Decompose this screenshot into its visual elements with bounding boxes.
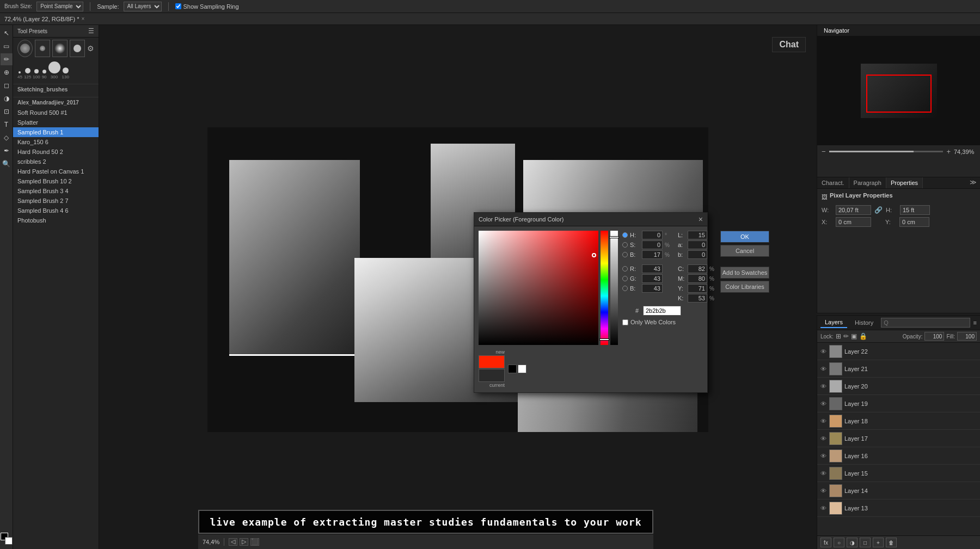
layer-19-visibility[interactable]: 👁 bbox=[819, 400, 827, 407]
tool-brush[interactable]: ✏ bbox=[1, 53, 13, 65]
tool-text[interactable]: T bbox=[1, 119, 13, 131]
lock-artboard-icon[interactable]: ▣ bbox=[851, 332, 857, 340]
color-libraries-button[interactable]: Color Libraries bbox=[720, 281, 769, 293]
props-tab-character[interactable]: Charact. bbox=[817, 177, 849, 188]
cv-b-input[interactable] bbox=[642, 250, 663, 259]
nav-zoom-plus[interactable]: + bbox=[946, 147, 951, 156]
tool-crop[interactable]: ⊡ bbox=[1, 106, 13, 118]
lock-position-icon[interactable]: ⊞ bbox=[836, 332, 841, 340]
tool-gradient[interactable]: ◑ bbox=[1, 92, 13, 104]
ok-button[interactable]: OK bbox=[720, 231, 769, 243]
tool-shape[interactable]: ◇ bbox=[1, 132, 13, 144]
brush-item-soft-round[interactable]: Soft Round 500 #1 bbox=[13, 108, 99, 118]
brush-item-splatter[interactable]: Splatter bbox=[13, 118, 99, 127]
cv-l-input[interactable] bbox=[688, 231, 707, 239]
nav-zoom-slider[interactable] bbox=[829, 151, 944, 152]
fg-bg-colors[interactable] bbox=[1, 533, 13, 545]
layer-13-visibility[interactable]: 👁 bbox=[819, 505, 827, 511]
layer-mask-btn[interactable]: ○ bbox=[834, 538, 844, 547]
props-y-input[interactable] bbox=[899, 217, 929, 227]
background-color[interactable] bbox=[5, 537, 13, 545]
cv-g-input[interactable] bbox=[642, 274, 663, 283]
layer-item-15[interactable]: 👁 Layer 15 bbox=[817, 465, 980, 482]
layer-item-22[interactable]: 👁 Layer 22 bbox=[817, 343, 980, 360]
layer-item-19[interactable]: 👁 Layer 19 bbox=[817, 395, 980, 412]
brush-icon[interactable] bbox=[17, 40, 33, 57]
cv-h-input[interactable] bbox=[642, 231, 663, 239]
cv-b3-input[interactable] bbox=[642, 284, 663, 293]
layer-20-visibility[interactable]: 👁 bbox=[819, 383, 827, 390]
only-web-checkbox[interactable] bbox=[622, 319, 628, 325]
layer-adj-btn[interactable]: ◑ bbox=[847, 538, 857, 547]
props-link-icon[interactable]: 🔗 bbox=[874, 206, 883, 214]
layer-22-visibility[interactable]: 👁 bbox=[819, 348, 827, 355]
hue-strip[interactable] bbox=[601, 231, 608, 345]
layer-16-visibility[interactable]: 👁 bbox=[819, 453, 827, 459]
brush-item-hard-pastel[interactable]: Hard Pastel on Canvas 1 bbox=[13, 166, 99, 176]
point-sample-select[interactable]: Point Sample bbox=[36, 2, 83, 11]
props-tab-paragraph[interactable]: Paragraph bbox=[849, 177, 886, 188]
cv-b-radio[interactable] bbox=[622, 252, 628, 257]
cv-g-radio[interactable] bbox=[622, 276, 628, 281]
cv-b3-radio[interactable] bbox=[622, 286, 628, 291]
layer-item-16[interactable]: 👁 Layer 16 bbox=[817, 447, 980, 465]
props-h-input[interactable] bbox=[900, 205, 930, 215]
layer-21-visibility[interactable]: 👁 bbox=[819, 366, 827, 372]
tool-pen[interactable]: ✒ bbox=[1, 145, 13, 157]
canvas-next-btn[interactable]: ⬛ bbox=[250, 538, 259, 546]
brush-item-hard-round[interactable]: Hard Round 50 2 bbox=[13, 147, 99, 157]
brush-hard-icon[interactable] bbox=[70, 40, 85, 57]
brush-settings-icon[interactable]: ⚙ bbox=[87, 44, 94, 53]
cv-y-input[interactable] bbox=[688, 284, 707, 293]
layer-new-btn[interactable]: + bbox=[873, 538, 884, 547]
color-picker-close[interactable]: × bbox=[699, 215, 703, 224]
brush-item-sampled-3[interactable]: Sampled Brush 3 4 bbox=[13, 186, 99, 196]
brush-item-sampled-10[interactable]: Sampled Brush 10 2 bbox=[13, 176, 99, 186]
cv-r-radio[interactable] bbox=[622, 266, 628, 272]
props-expand-icon[interactable]: ≫ bbox=[966, 177, 980, 188]
cv-s-input[interactable] bbox=[642, 240, 663, 249]
canvas-prev-btn[interactable]: ▷ bbox=[240, 538, 248, 546]
layer-item-18[interactable]: 👁 Layer 18 bbox=[817, 412, 980, 430]
layer-item-21[interactable]: 👁 Layer 21 bbox=[817, 360, 980, 378]
layer-item-13[interactable]: 👁 Layer 13 bbox=[817, 499, 980, 517]
doc-close-btn[interactable]: × bbox=[82, 16, 85, 22]
layers-search-input[interactable] bbox=[881, 318, 970, 328]
brush-item-sampled-2[interactable]: Sampled Brush 2 7 bbox=[13, 196, 99, 206]
layer-group-btn[interactable]: □ bbox=[860, 538, 871, 547]
cv-s-radio[interactable] bbox=[622, 242, 628, 248]
cv-m-input[interactable] bbox=[688, 274, 707, 283]
brush-soft-icon[interactable] bbox=[52, 40, 68, 57]
props-tab-properties[interactable]: Properties bbox=[886, 177, 923, 188]
hex-input[interactable] bbox=[643, 306, 681, 316]
cv-c-input[interactable] bbox=[688, 264, 707, 273]
brush-item-scribbles[interactable]: scribbles 2 bbox=[13, 157, 99, 166]
lock-draw-icon[interactable]: ✏ bbox=[843, 332, 849, 340]
lock-all-icon[interactable]: 🔒 bbox=[859, 332, 867, 340]
cancel-button[interactable]: Cancel bbox=[720, 245, 769, 257]
tool-move[interactable]: ↖ bbox=[1, 27, 13, 39]
cv-k-input[interactable] bbox=[688, 294, 707, 303]
layer-17-visibility[interactable]: 👁 bbox=[819, 435, 827, 442]
layer-item-20[interactable]: 👁 Layer 20 bbox=[817, 378, 980, 395]
add-to-swatches-button[interactable]: Add to Swatches bbox=[720, 267, 769, 279]
tool-stamp[interactable]: ⊕ bbox=[1, 66, 13, 78]
chat-panel[interactable]: Chat bbox=[772, 37, 806, 52]
cv-a-input[interactable] bbox=[688, 240, 707, 249]
show-sampling-ring-checkbox[interactable]: Show Sampling Ring bbox=[175, 3, 239, 10]
alpha-strip[interactable] bbox=[610, 231, 618, 345]
cv-r-input[interactable] bbox=[642, 264, 663, 273]
color-gradient-picker[interactable] bbox=[479, 231, 598, 345]
navigator-tab[interactable]: Navigator bbox=[819, 25, 854, 36]
layer-trash-btn[interactable]: 🗑 bbox=[886, 538, 897, 547]
layers-tab-history[interactable]: History bbox=[850, 318, 878, 328]
cv-h-radio[interactable] bbox=[622, 232, 628, 238]
cv-b2-input[interactable] bbox=[688, 250, 707, 259]
layer-14-visibility[interactable]: 👁 bbox=[819, 488, 827, 494]
brush-item-sampled-1[interactable]: Sampled Brush 1 bbox=[13, 127, 99, 137]
brush-item-karo[interactable]: Karo_150 6 bbox=[13, 137, 99, 147]
brush-item-photobush[interactable]: Photobush bbox=[13, 215, 99, 225]
nav-zoom-minus[interactable]: − bbox=[822, 147, 826, 156]
brush-item-sampled-4[interactable]: Sampled Brush 4 6 bbox=[13, 206, 99, 215]
tool-eraser[interactable]: ◻ bbox=[1, 79, 13, 91]
